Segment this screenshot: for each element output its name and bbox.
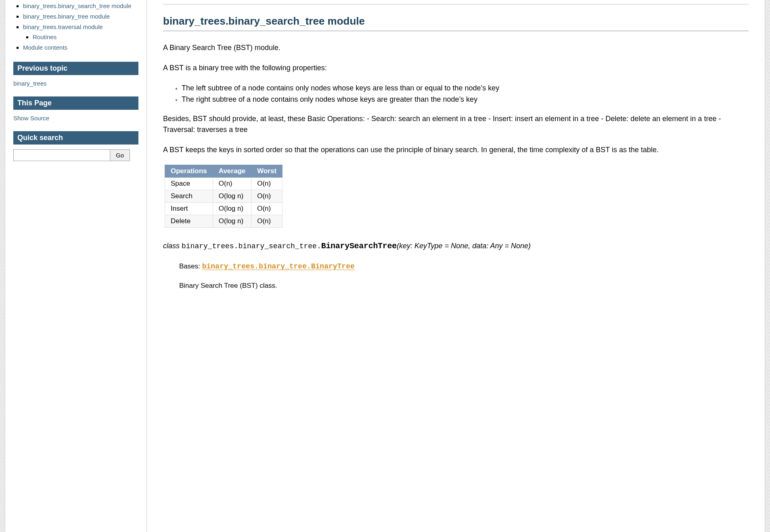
sidebar-heading-quick-search: Quick search bbox=[13, 131, 138, 145]
previous-topic-link[interactable]: binary_trees bbox=[13, 80, 47, 87]
sidebar-heading-previous-topic: Previous topic bbox=[13, 62, 138, 75]
search-input[interactable] bbox=[13, 149, 110, 161]
bst-properties-list: The left subtree of a node contains only… bbox=[163, 83, 749, 105]
class-prename: binary_trees.binary_search_tree. bbox=[182, 242, 321, 250]
sidebar-item: Routines bbox=[33, 33, 138, 42]
sidebar-link-module-contents[interactable]: Module contents bbox=[23, 44, 67, 51]
table-cell: O(log n) bbox=[213, 203, 251, 215]
sidebar-item: binary_trees.binary_tree module bbox=[23, 12, 138, 21]
section-title: binary_trees.binary_search_tree module bbox=[163, 4, 749, 31]
table-cell: Insert bbox=[165, 203, 213, 215]
sidebar-link-binary-tree-module[interactable]: binary_trees.binary_tree module bbox=[23, 13, 110, 20]
table-header: Average bbox=[213, 165, 251, 178]
table-cell: O(n) bbox=[251, 178, 282, 190]
paragraph: A BST keeps the keys in sorted order so … bbox=[163, 145, 749, 156]
paragraph: A Binary Search Tree (BST) module. bbox=[163, 42, 749, 54]
sidebar-item: binary_trees.binary_search_tree module bbox=[23, 2, 138, 10]
table-row: Insert O(log n) O(n) bbox=[165, 203, 282, 215]
main-body: binary_trees.binary_search_tree module A… bbox=[146, 0, 765, 532]
table-cell: Space bbox=[165, 178, 213, 190]
sidebar: binary_trees.binary_search_tree module b… bbox=[5, 0, 146, 532]
class-signature: class binary_trees.binary_search_tree.Bi… bbox=[163, 240, 749, 252]
sidebar-link-traversal-module[interactable]: binary_trees.traversal module bbox=[23, 23, 103, 30]
class-keyword: class bbox=[163, 242, 180, 250]
table-header: Worst bbox=[251, 165, 282, 178]
table-cell: Search bbox=[165, 190, 213, 203]
table-header: Operations bbox=[165, 165, 213, 178]
sidebar-link-bst-module[interactable]: binary_trees.binary_search_tree module bbox=[23, 2, 131, 9]
table-cell: O(n) bbox=[251, 203, 282, 215]
table-cell: O(log n) bbox=[213, 215, 251, 228]
bases-link[interactable]: binary_trees.binary_tree.BinaryTree bbox=[202, 262, 355, 270]
table-cell: O(n) bbox=[213, 178, 251, 190]
class-descname: BinarySearchTree bbox=[321, 241, 397, 251]
list-item: The left subtree of a node contains only… bbox=[182, 83, 749, 94]
table-cell: O(n) bbox=[251, 215, 282, 228]
class-params: (key: KeyType = None, data: Any = None) bbox=[397, 242, 531, 250]
sidebar-item: Module contents bbox=[23, 43, 138, 52]
show-source-link[interactable]: Show Source bbox=[13, 115, 49, 121]
complexity-table: Operations Average Worst Space O(n) O(n)… bbox=[165, 165, 282, 228]
table-cell: O(log n) bbox=[213, 190, 251, 203]
paragraph: Besides, BST should provide, at least, t… bbox=[163, 113, 749, 136]
table-cell: Delete bbox=[165, 215, 213, 228]
quick-search-form bbox=[13, 149, 138, 161]
table-row: Delete O(log n) O(n) bbox=[165, 215, 282, 228]
document-root: binary_trees.binary_search_tree module b… bbox=[5, 0, 765, 532]
search-go-button[interactable] bbox=[110, 149, 130, 161]
sidebar-item: binary_trees.traversal module Routines bbox=[23, 23, 138, 42]
table-row: Search O(log n) O(n) bbox=[165, 190, 282, 203]
table-row: Space O(n) O(n) bbox=[165, 178, 282, 190]
class-body: Bases: binary_trees.binary_tree.BinaryTr… bbox=[179, 261, 749, 291]
sidebar-heading-this-page: This Page bbox=[13, 96, 138, 110]
sidebar-nav: binary_trees.binary_search_tree module b… bbox=[13, 2, 138, 52]
sidebar-link-routines[interactable]: Routines bbox=[33, 34, 56, 40]
bases-label: Bases: bbox=[179, 262, 202, 270]
section-bst-module: binary_trees.binary_search_tree module A… bbox=[163, 4, 749, 291]
class-description: Binary Search Tree (BST) class. bbox=[179, 281, 749, 291]
table-cell: O(n) bbox=[251, 190, 282, 203]
paragraph: A BST is a binary tree with the followin… bbox=[163, 63, 749, 74]
list-item: The right subtree of a node contains onl… bbox=[182, 94, 749, 105]
